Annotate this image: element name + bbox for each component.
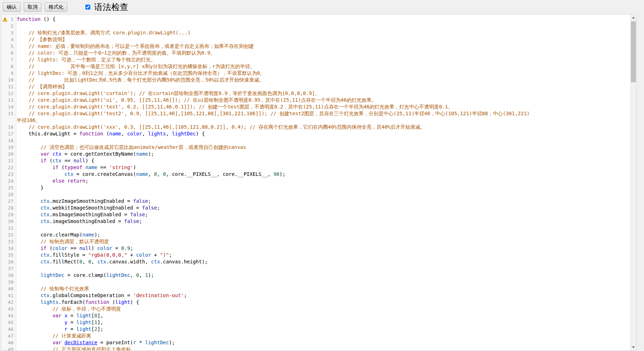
code-text: // color: 可选，只能是一个0~1之间的数，为不透明度的值。不填则默认为…	[15, 50, 215, 56]
lint-gutter-cell	[1, 211, 7, 218]
lint-gutter-cell	[1, 272, 7, 279]
code-line[interactable]: 17 this.drawLight = function (name, colo…	[1, 130, 630, 137]
code-line[interactable]: 26	[1, 191, 630, 198]
code-line[interactable]: 9 // lightDec: 可选，0到1之间，光从多少百分比才开始衰减（在此范…	[1, 70, 630, 77]
code-line[interactable]: 13 // core.plugin.drawLight('ui', 0.95, …	[1, 97, 630, 104]
code-line[interactable]: 21 if (ctx == null) {	[1, 157, 630, 164]
code-line[interactable]: 8 // 其中每一项是三元组 [x,y,r] x和y分别为该灯光的横纵坐标，r为…	[1, 63, 630, 70]
code-line[interactable]: 25 }	[1, 184, 630, 191]
code-line[interactable]: 7 // lights: 可选，一个数组，定义了每个独立的灯光。	[1, 56, 630, 63]
lint-gutter-cell	[1, 117, 7, 124]
lint-gutter-cell	[1, 56, 7, 63]
code-line[interactable]: 33 // 绘制色调层，默认不透明度	[1, 238, 630, 245]
code-text: // 坐标，半径，中心不透明度	[15, 306, 121, 312]
lint-gutter-cell	[1, 83, 7, 90]
line-number: 20	[7, 151, 15, 157]
code-line[interactable]: 42 lights.forEach(function (light) {	[1, 299, 630, 306]
code-text: // 【调用样例】	[15, 83, 67, 90]
code-line[interactable]: 3 // 绘制灯光/漆黑层效果。调用方式 core.plugin.drawLig…	[1, 29, 630, 36]
code-line[interactable]: 半径106。	[1, 117, 630, 124]
code-line[interactable]: 14 // core.plugin.drawLight('test', 0.2,…	[1, 104, 630, 110]
code-line[interactable]: 40 // 绘制每个灯光效果	[1, 285, 630, 292]
code-line[interactable]: 20 var ctx = core.getContextByName(name)…	[1, 151, 630, 157]
code-line[interactable]: 41 ctx.globalCompositeOperation = 'desti…	[1, 292, 630, 299]
code-line[interactable]: 23 ctx = core.createCanvas(name, 0, 0, c…	[1, 171, 630, 178]
lint-gutter-cell	[1, 97, 7, 104]
code-line[interactable]: 44 var x = light[0],	[1, 312, 630, 319]
lint-gutter-cell	[1, 77, 7, 83]
code-line[interactable]: 18	[1, 137, 630, 144]
lint-gutter-cell	[1, 178, 7, 184]
code-line[interactable]: 39	[1, 279, 630, 285]
lint-gutter-cell	[1, 130, 7, 137]
lint-gutter-cell	[1, 285, 7, 292]
code-line[interactable]: 2	[1, 23, 630, 29]
scrollbar-up-button[interactable]	[631, 15, 636, 21]
lint-gutter-cell	[1, 218, 7, 225]
code-line[interactable]: !1function () {	[1, 16, 630, 23]
code-line[interactable]: 34 if (color == null) color = 0.9;	[1, 245, 630, 252]
code-line[interactable]: 47 // 计算衰减距离	[1, 333, 630, 339]
lint-gutter-cell	[1, 157, 7, 164]
code-editor[interactable]: !1function () {23 // 绘制灯光/漆黑层效果。调用方式 cor…	[1, 14, 637, 351]
line-number: 19	[7, 144, 15, 151]
lint-gutter-cell	[1, 312, 7, 319]
lint-gutter-cell	[1, 245, 7, 252]
code-line[interactable]: 11 // 【调用样例】	[1, 83, 630, 90]
cancel-button[interactable]: 取消	[24, 2, 41, 12]
code-text: ctx.mozImageSmoothingEnabled = false;	[15, 198, 151, 205]
lint-gutter-cell	[1, 144, 7, 151]
code-line[interactable]: 31	[1, 225, 630, 232]
code-text: lightDec = core.clamp(lightDec, 0, 1);	[15, 272, 154, 279]
code-line[interactable]: 49 // 正方形区域的直径和左上角坐标	[1, 346, 630, 350]
format-button[interactable]: 格式化	[45, 2, 67, 12]
lint-gutter-cell	[1, 104, 7, 110]
code-line[interactable]: 15 // core.plugin.drawLight('test2', 0.9…	[1, 110, 630, 117]
code-line[interactable]: 24 else return;	[1, 178, 630, 184]
line-number: 23	[7, 171, 15, 178]
line-number: 39	[7, 279, 15, 285]
code-text: ctx.fillStyle = "rgba(0,0,0," + color + …	[15, 252, 172, 258]
code-line[interactable]: 28 ctx.webkitImageSmoothingEnabled = fal…	[1, 205, 630, 211]
code-line[interactable]: 30 ctx.imageSmoothingEnabled = false;	[1, 218, 630, 225]
line-number: 48	[7, 339, 15, 346]
lint-gutter-cell	[1, 50, 7, 56]
line-number: 36	[7, 258, 15, 265]
vertical-scrollbar[interactable]	[630, 15, 636, 350]
code-line[interactable]: 46 r = light[2];	[1, 326, 630, 333]
line-number: 11	[7, 83, 15, 90]
scroll-up-icon	[632, 17, 635, 18]
code-text: else return;	[15, 178, 88, 184]
code-text: // name: 必填，要绘制到的画布名；可以是一个系统画布，或者是个自定义画布…	[15, 43, 254, 50]
code-line[interactable]: 16 // core.plugin.drawLight('xxx', 0.3, …	[1, 124, 630, 130]
code-text	[15, 137, 17, 144]
confirm-button[interactable]: 确认	[3, 2, 21, 12]
code-line[interactable]: 37	[1, 265, 630, 272]
lint-gutter-cell	[1, 205, 7, 211]
code-line[interactable]: 12 // core.plugin.drawLight('curtain'); …	[1, 90, 630, 97]
code-text: if (typeof name == 'string')	[15, 164, 136, 171]
code-line[interactable]: 35 ctx.fillStyle = "rgba(0,0,0," + color…	[1, 252, 630, 258]
code-text: this.drawLight = function (name, color, …	[15, 130, 205, 137]
code-line[interactable]: 6 // color: 可选，只能是一个0~1之间的数，为不透明度的值。不填则默…	[1, 50, 630, 56]
code-line[interactable]: 36 ctx.fillRect(0, 0, ctx.canvas.width, …	[1, 258, 630, 265]
code-line[interactable]: 29 ctx.msImageSmoothingEnabled = false;	[1, 211, 630, 218]
code-line[interactable]: 48 var decDistance = parseInt(r * lightD…	[1, 339, 630, 346]
code-line[interactable]: 4 // 【参数说明】	[1, 36, 630, 43]
code-line[interactable]: 38 lightDec = core.clamp(lightDec, 0, 1)…	[1, 272, 630, 279]
code-line[interactable]: 22 if (typeof name == 'string')	[1, 164, 630, 171]
code-line[interactable]: 19 // 清空色调层；也可以修改成其它层比如animate/weather层，…	[1, 144, 630, 151]
scrollbar-down-button[interactable]	[631, 344, 636, 350]
scrollbar-thumb[interactable]	[631, 21, 636, 82]
line-number: 41	[7, 292, 15, 299]
code-scroll-area[interactable]: !1function () {23 // 绘制灯光/漆黑层效果。调用方式 cor…	[1, 15, 630, 350]
code-line[interactable]: 10 // 比如lightDec为0.5代表，每个灯光部分内圈50%的范围全亮，…	[1, 77, 630, 83]
lint-gutter-cell	[1, 191, 7, 198]
code-line[interactable]: 43 // 坐标，半径，中心不透明度	[1, 306, 630, 312]
line-number: 32	[7, 232, 15, 238]
code-line[interactable]: 32 core.clearMap(name);	[1, 232, 630, 238]
code-line[interactable]: 45 y = light[1],	[1, 319, 630, 326]
code-line[interactable]: 5 // name: 必填，要绘制到的画布名；可以是一个系统画布，或者是个自定义…	[1, 43, 630, 50]
code-line[interactable]: 27 ctx.mozImageSmoothingEnabled = false;	[1, 198, 630, 205]
syntax-check-checkbox[interactable]	[85, 5, 90, 10]
